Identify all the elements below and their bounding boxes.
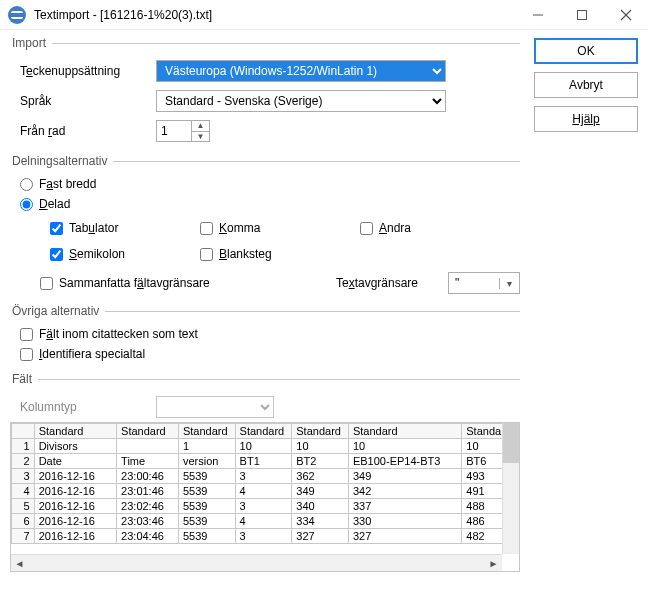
import-legend: Import [10,36,52,50]
preview-cell: 10 [292,439,349,454]
preview-cell: 10 [235,439,292,454]
preview-hscroll[interactable]: ◄ ► [11,554,502,571]
svg-rect-1 [578,10,587,19]
table-row[interactable]: 1Divisors110101010 [12,439,519,454]
help-button[interactable]: Hjälp [534,106,638,132]
preview-cell: 2016-12-16 [34,514,116,529]
row-number: 5 [12,499,35,514]
preview-col-header[interactable]: Standard [348,424,461,439]
preview-cell: 327 [292,529,349,544]
preview-vscroll[interactable] [502,423,519,554]
ok-button[interactable]: OK [534,38,638,64]
preview-cell: version [178,454,235,469]
language-combo[interactable]: Standard - Svenska (Sverige) [156,90,446,112]
spin-up-icon[interactable]: ▲ [192,121,209,132]
fromrow-input[interactable] [157,121,191,141]
maximize-button[interactable] [560,0,604,30]
table-row[interactable]: 62016-12-1623:03:4655394334330486 [12,514,519,529]
preview-col-header[interactable]: Standard [292,424,349,439]
semicolon-check[interactable]: Semikolon [40,244,190,264]
scroll-left-icon[interactable]: ◄ [11,558,28,569]
spin-down-icon[interactable]: ▼ [192,132,209,142]
preview-cell: 3 [235,469,292,484]
app-icon [8,6,26,24]
preview-cell: 5539 [178,529,235,544]
space-check[interactable]: Blanksteg [190,244,350,264]
preview-corner [12,424,35,439]
delimited-radio[interactable]: Delad [10,194,520,214]
merge-delim-check[interactable]: Sammanfatta fältavgränsare [40,273,210,293]
preview-grid[interactable]: StandardStandardStandardStandardStandard… [10,422,520,572]
preview-cell: 23:04:46 [117,529,179,544]
preview-cell: 2016-12-16 [34,469,116,484]
fromrow-spinner[interactable]: ▲▼ [156,120,210,142]
table-row[interactable]: 2DateTimeversionBT1BT2EB100-EP14-BT3BT6 [12,454,519,469]
minimize-button[interactable] [516,0,560,30]
window-title: Textimport - [161216-1%20(3).txt] [34,8,516,22]
fixed-width-radio[interactable]: Fast bredd [10,174,520,194]
preview-cell: 2016-12-16 [34,529,116,544]
preview-cell: 23:03:46 [117,514,179,529]
table-row[interactable]: 42016-12-1623:01:4655394349342491 [12,484,519,499]
charset-combo[interactable]: Västeuropa (Windows-1252/WinLatin 1) [156,60,446,82]
chevron-down-icon: ▾ [499,278,519,289]
text-delim-label: Textavgränsare [336,276,418,290]
preview-cell: EB100-EP14-BT3 [348,454,461,469]
separator-group: Delningsalternativ Fast bredd Delad Tabu… [10,154,520,298]
row-number: 7 [12,529,35,544]
column-type-combo [156,396,274,418]
comma-check[interactable]: Komma [190,218,350,238]
preview-col-header[interactable]: Standard [34,424,116,439]
separator-legend: Delningsalternativ [10,154,113,168]
text-delim-combo[interactable]: " ▾ [448,272,520,294]
preview-cell: 3 [235,499,292,514]
table-row[interactable]: 52016-12-1623:02:4655393340337488 [12,499,519,514]
row-number: 3 [12,469,35,484]
preview-cell: 2016-12-16 [34,499,116,514]
fields-group: Fält Kolumntyp StandardStandardStandardS… [10,372,520,585]
fromrow-label: Från rad [20,124,146,138]
preview-cell: 4 [235,514,292,529]
other-options-group: Övriga alternativ Fält inom citattecken … [10,304,520,366]
table-row[interactable]: 72016-12-1623:04:4655393327327482 [12,529,519,544]
preview-cell: Divisors [34,439,116,454]
other-check[interactable]: Andra [350,218,500,238]
column-type-label: Kolumntyp [20,400,146,414]
preview-cell: BT1 [235,454,292,469]
preview-cell: 5539 [178,469,235,484]
preview-cell: 23:02:46 [117,499,179,514]
table-row[interactable]: 32016-12-1623:00:4655393362349493 [12,469,519,484]
scroll-right-icon[interactable]: ► [485,558,502,569]
quoted-as-text-check[interactable]: Fält inom citattecken som text [10,324,520,344]
row-number: 6 [12,514,35,529]
detect-special-check[interactable]: Identifiera specialtal [10,344,520,364]
charset-label: Teckenuppsättning [20,64,146,78]
preview-col-header[interactable]: Standard [117,424,179,439]
preview-cell: 1 [178,439,235,454]
preview-cell: 362 [292,469,349,484]
close-button[interactable] [604,0,648,30]
preview-col-header[interactable]: Standard [235,424,292,439]
preview-cell [117,439,179,454]
cancel-button[interactable]: Avbryt [534,72,638,98]
preview-cell: 5539 [178,514,235,529]
tab-check[interactable]: Tabulator [40,218,190,238]
import-group: Import Teckenuppsättning Västeuropa (Win… [10,36,520,148]
preview-cell: 4 [235,484,292,499]
preview-cell: 2016-12-16 [34,484,116,499]
other-options-legend: Övriga alternativ [10,304,105,318]
row-number: 2 [12,454,35,469]
preview-cell: 337 [348,499,461,514]
preview-cell: 334 [292,514,349,529]
preview-cell: 349 [292,484,349,499]
preview-col-header[interactable]: Standard [178,424,235,439]
preview-cell: 5539 [178,499,235,514]
preview-cell: 5539 [178,484,235,499]
row-number: 4 [12,484,35,499]
preview-cell: Time [117,454,179,469]
preview-cell: 342 [348,484,461,499]
preview-cell: 330 [348,514,461,529]
preview-cell: 340 [292,499,349,514]
fields-legend: Fält [10,372,38,386]
row-number: 1 [12,439,35,454]
